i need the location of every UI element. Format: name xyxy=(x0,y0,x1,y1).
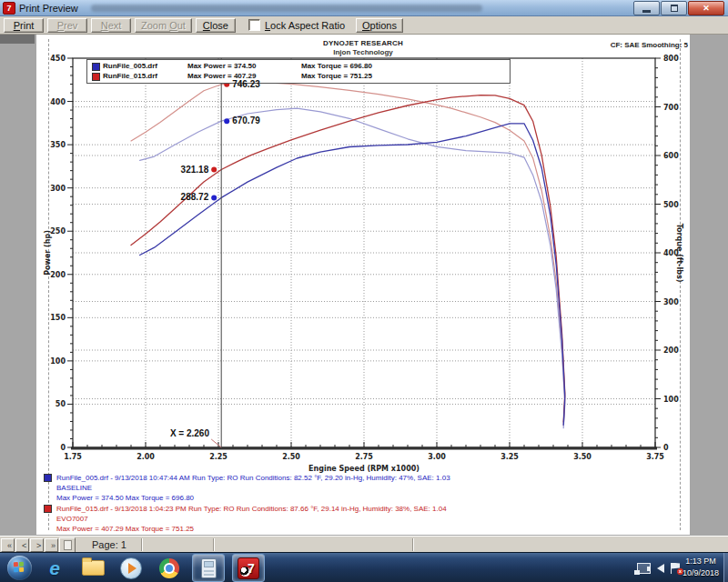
close-icon: ✕ xyxy=(703,4,710,13)
statusbar-divider xyxy=(213,538,214,551)
torque-tick-label: 800 xyxy=(663,55,679,63)
chart-legend: RunFile_005.drfMax Power = 374.50Max Tor… xyxy=(86,59,511,84)
window-title: Print Preview xyxy=(19,3,78,14)
cursor-x-label: X = 2.260 xyxy=(131,428,209,438)
cursor-readout-label: 670.79 xyxy=(232,115,260,125)
run-color-chip xyxy=(44,474,52,482)
torque-tick-label: 100 xyxy=(663,396,679,404)
power-tick-label: 300 xyxy=(50,185,66,193)
rpm-tick-label: 3.00 xyxy=(428,453,446,461)
power-tick-label: 400 xyxy=(50,98,66,106)
rpm-tick-label: 3.25 xyxy=(500,453,519,461)
dyno-chart: 0501001502002503003504004500100200300400… xyxy=(36,35,690,535)
cursor-readout-label: 321.18 xyxy=(181,165,209,175)
legend-file-name: RunFile_015.drf xyxy=(103,72,157,80)
preview-area: DYNOJET RESEARCH Injon Technology CF: SA… xyxy=(0,35,728,535)
torque-tick-label: 500 xyxy=(663,201,679,209)
torque-tick-label: 200 xyxy=(663,346,679,355)
torque-tick-label: 700 xyxy=(663,104,679,112)
power-tick-label: 350 xyxy=(50,141,66,149)
torque-tick-label: 0 xyxy=(663,444,669,452)
clock-time: 1:13 PM xyxy=(681,556,721,567)
prev-button: Prev xyxy=(47,18,87,33)
run-info-line: RunFile_015.drf - 9/13/2018 1:04:23 PM R… xyxy=(56,505,447,513)
toolbar: PrintPrevNextZoom OutClose Lock Aspect R… xyxy=(0,16,728,35)
restore-button[interactable] xyxy=(661,1,687,15)
torque-tick-label: 300 xyxy=(663,298,679,306)
series-runfile_015-power xyxy=(131,95,565,422)
taskbar: e7 x 1:13 PM 10/9/2018 xyxy=(0,552,728,582)
power-tick-label: 250 xyxy=(50,227,66,236)
run-info-line: EVO7007 xyxy=(56,515,88,523)
rpm-tick-label: 2.00 xyxy=(136,453,155,461)
prev-page-button[interactable]: < xyxy=(15,538,29,552)
app-icon: 7 xyxy=(3,2,15,15)
cursor-readout-dot xyxy=(211,167,217,173)
run-color-chip xyxy=(44,505,52,513)
print-button[interactable]: Print xyxy=(4,18,44,33)
legend-row: RunFile_015.drfMax Power = 407.29Max Tor… xyxy=(87,72,510,82)
show-desktop-button[interactable] xyxy=(723,553,728,582)
minimize-icon xyxy=(642,10,651,13)
background-window-title-blur xyxy=(91,5,482,12)
run-info-line: Max Power = 407.29 Max Torque = 751.25 xyxy=(56,525,194,533)
legend-max-power: Max Power = 374.50 xyxy=(187,62,256,70)
system-tray: x xyxy=(637,553,681,582)
run-info-line: BASELINE xyxy=(56,484,92,492)
titlebar[interactable]: 7 Print Preview ✕ xyxy=(0,0,728,16)
next-button: Next xyxy=(91,18,131,33)
page-icon xyxy=(64,540,72,550)
run-info-line: RunFile_005.drf - 9/13/2018 10:47:44 AM … xyxy=(56,474,450,482)
legend-color-chip xyxy=(92,63,100,71)
power-tick-label: 450 xyxy=(50,55,66,63)
restore-icon xyxy=(671,5,678,12)
statusbar-divider xyxy=(141,538,142,551)
lock-aspect-ratio-label: Lock Aspect Ratio xyxy=(265,20,345,31)
first-page-button[interactable]: « xyxy=(1,538,15,552)
lock-aspect-ratio-checkbox[interactable]: Lock Aspect Ratio xyxy=(248,19,345,31)
torque-axis-title: Torque (ft-lbs) xyxy=(675,224,683,283)
options-button[interactable]: Options xyxy=(356,18,403,33)
close-button[interactable]: ✕ xyxy=(688,1,724,15)
dynojet-winpep-icon[interactable]: 7 xyxy=(232,554,265,582)
minimize-button[interactable] xyxy=(633,1,660,15)
legend-color-chip xyxy=(92,73,100,81)
report-page: DYNOJET RESEARCH Injon Technology CF: SA… xyxy=(36,35,690,535)
chrome-icon[interactable] xyxy=(154,555,185,581)
power-axis-title: Power (hp) xyxy=(44,230,52,276)
cursor-readout-label: 288.72 xyxy=(181,192,209,202)
run-info-line: Max Power = 374.50 Max Torque = 696.80 xyxy=(56,494,194,502)
legend-max-torque: Max Torque = 696.80 xyxy=(301,62,372,70)
rpm-tick-label: 3.75 xyxy=(646,453,664,461)
windows-explorer-icon[interactable] xyxy=(77,555,108,581)
action-center-flag-icon[interactable]: x xyxy=(671,563,681,574)
legend-row: RunFile_005.drfMax Power = 374.50Max Tor… xyxy=(87,62,510,72)
print-preview-window: 7 Print Preview ✕ PrintPrevNextZoom OutC… xyxy=(0,0,728,582)
volume-icon[interactable] xyxy=(657,564,664,573)
cursor-label-pointer xyxy=(211,439,221,447)
legend-file-name: RunFile_005.drf xyxy=(103,62,157,70)
rpm-tick-label: 2.75 xyxy=(355,453,373,461)
rpm-tick-label: 1.75 xyxy=(64,453,82,461)
media-player-icon[interactable] xyxy=(116,555,147,581)
taskbar-clock[interactable]: 1:13 PM 10/9/2018 xyxy=(681,556,721,579)
last-page-button[interactable]: » xyxy=(45,538,58,552)
close-button[interactable]: Close xyxy=(196,18,236,33)
power-tick-label: 200 xyxy=(50,271,66,279)
internet-explorer-icon[interactable]: e xyxy=(39,555,70,581)
calculator-icon[interactable] xyxy=(192,554,225,582)
next-page-button[interactable]: > xyxy=(30,538,44,552)
zoom-out-button: Zoom Out xyxy=(135,18,192,33)
clock-date: 10/9/2018 xyxy=(681,567,721,579)
rpm-tick-label: 2.50 xyxy=(282,453,300,461)
legend-max-torque: Max Torque = 751.25 xyxy=(301,72,372,80)
rpm-tick-label: 2.25 xyxy=(209,453,228,461)
power-tick-label: 100 xyxy=(50,357,66,366)
start-orb-icon[interactable] xyxy=(7,556,32,580)
cursor-readout-dot xyxy=(211,195,217,200)
checkbox-box[interactable] xyxy=(248,19,260,31)
torque-tick-label: 600 xyxy=(663,152,679,160)
statusbar: «<>» Page: 1 xyxy=(0,536,728,553)
page-setup-button[interactable] xyxy=(59,537,76,553)
preview-scroll-corner xyxy=(0,35,35,44)
